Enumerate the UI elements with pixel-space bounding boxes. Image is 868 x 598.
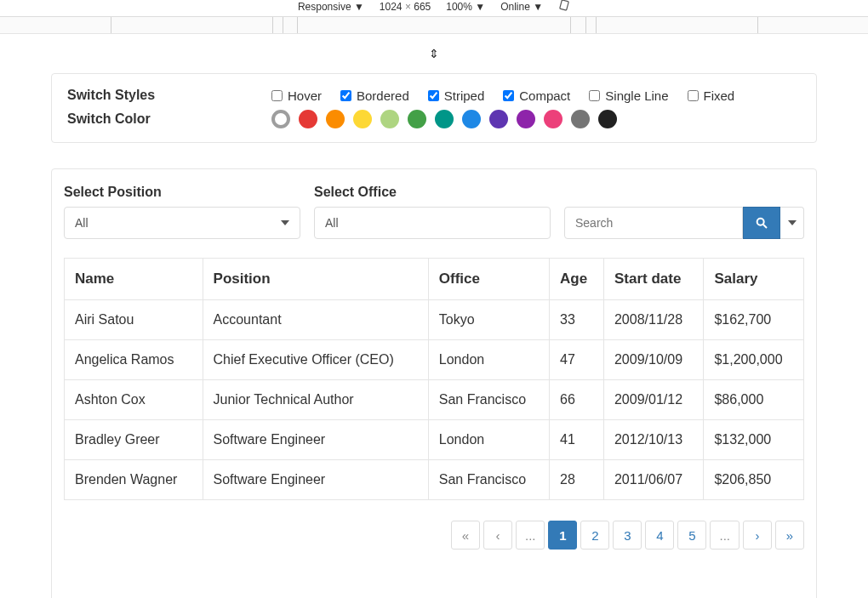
page-prev: ‹ — [483, 521, 512, 550]
color-swatch[interactable] — [326, 110, 345, 128]
zoom-label: 100% — [446, 1, 472, 13]
pagination: «‹...12345...›» — [64, 521, 804, 550]
color-swatch[interactable] — [489, 110, 508, 128]
cell-name: Brenden Wagner — [65, 460, 203, 500]
color-swatch[interactable] — [435, 110, 454, 128]
cell-start: 2008/11/28 — [603, 300, 703, 340]
style-option-compact[interactable]: Compact — [503, 88, 570, 103]
style-option-label: Fixed — [704, 88, 735, 103]
chevron-down-icon — [788, 220, 797, 225]
page-last[interactable]: » — [775, 521, 804, 550]
cell-position: Chief Executive Officer (CEO) — [203, 340, 428, 380]
svg-rect-0 — [560, 0, 569, 10]
column-header[interactable]: Position — [203, 259, 428, 300]
select-office-dropdown[interactable]: All — [314, 207, 551, 239]
page-next[interactable]: › — [743, 521, 772, 550]
column-header[interactable]: Age — [550, 259, 604, 300]
style-option-striped[interactable]: Striped — [428, 88, 485, 103]
color-swatch[interactable] — [353, 110, 372, 128]
cell-age: 66 — [550, 380, 604, 420]
color-swatch[interactable] — [271, 110, 290, 128]
table-row: Airi SatouAccountantTokyo332008/11/28$16… — [65, 300, 804, 340]
column-header[interactable]: Name — [65, 259, 203, 300]
style-option-label: Compact — [519, 88, 570, 103]
devtools-bar: Responsive ▼ 1024 × 665 100% ▼ Online ▼ — [0, 0, 868, 17]
viewport-width[interactable]: 1024 — [380, 1, 403, 13]
cell-name: Angelica Ramos — [65, 340, 203, 380]
color-swatch[interactable] — [408, 110, 426, 128]
cell-name: Ashton Cox — [65, 380, 203, 420]
cell-position: Software Engineer — [203, 420, 428, 460]
ruler-bar — [0, 17, 868, 34]
page-first: « — [451, 521, 480, 550]
color-swatch[interactable] — [517, 110, 535, 128]
style-option-label: Striped — [444, 88, 485, 103]
style-option-label: Hover — [288, 88, 322, 103]
page-ellipsis: ... — [710, 521, 740, 550]
table-row: Ashton CoxJunior Technical AuthorSan Fra… — [65, 380, 804, 420]
page-4[interactable]: 4 — [645, 521, 674, 550]
cell-salary: $162,700 — [704, 300, 804, 340]
page-1[interactable]: 1 — [548, 521, 577, 550]
style-checkbox[interactable] — [589, 90, 600, 101]
network-dropdown[interactable]: Online ▼ — [500, 1, 543, 13]
switch-styles-label: Switch Styles — [67, 88, 271, 103]
cell-name: Airi Satou — [65, 300, 203, 340]
style-option-fixed[interactable]: Fixed — [688, 88, 735, 103]
color-swatch[interactable] — [299, 110, 317, 128]
style-option-single-line[interactable]: Single Line — [589, 88, 668, 103]
color-swatch[interactable] — [380, 110, 399, 128]
cell-position: Junior Technical Author — [203, 380, 428, 420]
style-checkbox[interactable] — [503, 90, 514, 101]
cell-office: Tokyo — [428, 300, 549, 340]
network-label: Online — [500, 1, 530, 13]
color-swatch[interactable] — [598, 110, 617, 128]
viewport-dimensions: 1024 × 665 — [380, 1, 431, 13]
cell-position: Accountant — [203, 300, 428, 340]
color-swatch[interactable] — [571, 110, 590, 128]
cell-start: 2011/06/07 — [603, 460, 703, 500]
rotate-icon[interactable] — [558, 0, 570, 14]
search-button[interactable] — [743, 207, 780, 239]
resize-handle-icon[interactable]: ⇕ — [0, 47, 868, 60]
chevron-down-icon — [281, 220, 289, 225]
style-checkbox[interactable] — [271, 90, 283, 101]
page-3[interactable]: 3 — [613, 521, 642, 550]
styles-panel: Switch Styles HoverBorderedStripedCompac… — [51, 73, 817, 143]
style-option-label: Single Line — [605, 88, 668, 103]
filters-panel: Select Position All Select Office All — [51, 168, 817, 598]
select-office-label: Select Office — [314, 185, 551, 200]
switch-color-label: Switch Color — [67, 111, 271, 127]
search-dropdown-button[interactable] — [780, 207, 804, 239]
cell-salary: $86,000 — [704, 380, 804, 420]
search-icon — [755, 216, 768, 230]
cell-start: 2012/10/13 — [603, 420, 703, 460]
select-position-dropdown[interactable]: All — [64, 207, 300, 239]
style-option-bordered[interactable]: Bordered — [340, 88, 409, 103]
cell-office: London — [428, 340, 549, 380]
style-checkbox[interactable] — [428, 90, 439, 101]
cell-office: San Francisco — [428, 460, 549, 500]
cell-start: 2009/10/09 — [603, 340, 703, 380]
search-input[interactable] — [564, 207, 743, 239]
style-option-hover[interactable]: Hover — [271, 88, 322, 103]
cell-salary: $1,200,000 — [704, 340, 804, 380]
responsive-mode-dropdown[interactable]: Responsive ▼ — [298, 1, 364, 13]
color-swatch[interactable] — [462, 110, 481, 128]
table-row: Bradley GreerSoftware EngineerLondon4120… — [65, 420, 804, 460]
page-2[interactable]: 2 — [580, 521, 609, 550]
zoom-dropdown[interactable]: 100% ▼ — [446, 1, 485, 13]
cell-age: 47 — [550, 340, 604, 380]
cell-age: 28 — [550, 460, 604, 500]
column-header[interactable]: Salary — [704, 259, 804, 300]
select-position-value: All — [75, 216, 89, 230]
viewport-height[interactable]: 665 — [414, 1, 431, 13]
style-checkbox[interactable] — [688, 90, 699, 101]
style-checkbox[interactable] — [340, 90, 351, 101]
column-header[interactable]: Start date — [603, 259, 703, 300]
cell-name: Bradley Greer — [65, 420, 203, 460]
page-5[interactable]: 5 — [677, 521, 706, 550]
color-swatch[interactable] — [544, 110, 562, 128]
data-table: NamePositionOfficeAgeStart dateSalary Ai… — [64, 258, 804, 500]
column-header[interactable]: Office — [428, 259, 549, 300]
